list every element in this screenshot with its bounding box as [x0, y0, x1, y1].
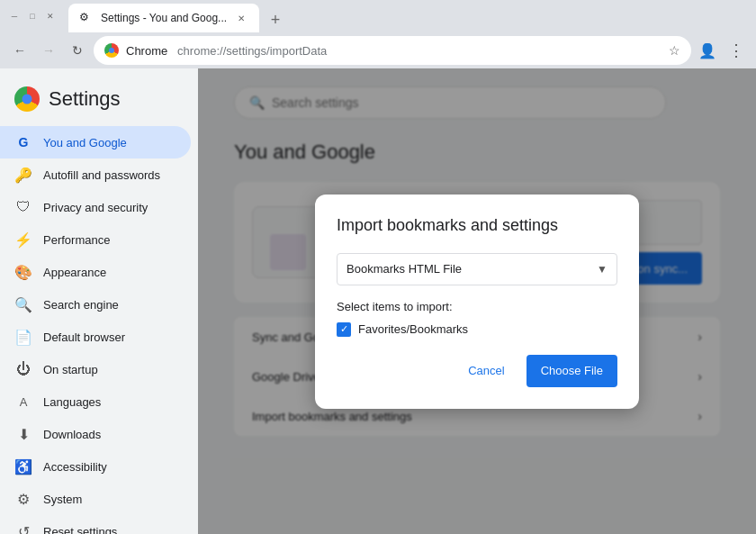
- sidebar-title: Settings: [49, 87, 121, 111]
- sidebar-label-languages: Languages: [43, 395, 101, 409]
- forward-button[interactable]: →: [36, 38, 61, 63]
- on-startup-icon: ⏻: [14, 360, 32, 378]
- source-dropdown[interactable]: Bookmarks HTML File ▼: [337, 253, 617, 285]
- bookmark-icon[interactable]: ☆: [669, 43, 680, 58]
- site-icon: [104, 43, 119, 58]
- profile-button[interactable]: 👤: [695, 38, 720, 63]
- reset-icon: ↺: [14, 522, 32, 534]
- modal-backdrop[interactable]: Import bookmarks and settings Bookmarks …: [198, 68, 756, 534]
- choose-file-button[interactable]: Choose File: [526, 355, 617, 387]
- sidebar-item-you-and-google[interactable]: G You and Google: [0, 126, 191, 158]
- content-area: Settings G You and Google 🔑 Autofill and…: [0, 68, 756, 534]
- back-button[interactable]: ←: [7, 38, 32, 63]
- you-google-icon: G: [14, 133, 32, 151]
- address-path: chrome://settings/importData: [171, 44, 327, 58]
- sidebar-item-on-startup[interactable]: ⏻ On startup: [0, 353, 191, 385]
- dialog-title: Import bookmarks and settings: [337, 216, 617, 235]
- accessibility-icon: ♿: [14, 457, 32, 475]
- appearance-icon: 🎨: [14, 263, 32, 281]
- favorites-label: Favorites/Bookmarks: [358, 322, 468, 336]
- address-text: Chrome chrome://settings/importData: [126, 44, 662, 58]
- maximize-button[interactable]: □: [25, 9, 40, 23]
- title-bar: ─ □ ✕ ⚙ Settings - You and Goog... ✕ +: [0, 0, 756, 32]
- favorites-checkbox-row: ✓ Favorites/Bookmarks: [337, 322, 617, 337]
- sidebar-label-performance: Performance: [43, 233, 110, 247]
- sidebar-label-default-browser: Default browser: [43, 330, 125, 344]
- sidebar-label-search-engine: Search engine: [43, 298, 119, 312]
- sidebar-item-default-browser[interactable]: 📄 Default browser: [0, 321, 191, 353]
- close-button[interactable]: ✕: [43, 9, 58, 23]
- chrome-logo-icon: [14, 86, 40, 112]
- new-tab-button[interactable]: +: [263, 7, 288, 32]
- reload-button[interactable]: ↻: [65, 38, 90, 63]
- sidebar-item-accessibility[interactable]: ♿ Accessibility: [0, 450, 191, 483]
- sidebar-label-appearance: Appearance: [43, 266, 106, 279]
- downloads-icon: ⬇: [14, 425, 32, 443]
- sidebar-label-reset: Reset settings: [43, 525, 117, 535]
- dropdown-value: Bookmarks HTML File: [346, 262, 462, 276]
- tab-favicon-icon: ⚙: [79, 11, 94, 25]
- autofill-icon: 🔑: [14, 166, 32, 184]
- sidebar-item-languages[interactable]: A Languages: [0, 385, 191, 418]
- source-dropdown-wrapper: Bookmarks HTML File ▼: [337, 253, 617, 285]
- dropdown-arrow-icon: ▼: [597, 263, 608, 276]
- import-dialog: Import bookmarks and settings Bookmarks …: [315, 195, 639, 409]
- search-engine-icon: 🔍: [14, 295, 32, 313]
- sidebar-label-system: System: [43, 493, 82, 506]
- sidebar-item-reset-settings[interactable]: ↺ Reset settings: [0, 515, 191, 534]
- default-browser-icon: 📄: [14, 328, 32, 346]
- sidebar: Settings G You and Google 🔑 Autofill and…: [0, 68, 198, 534]
- toolbar-actions: 👤 ⋮: [695, 38, 749, 63]
- active-tab[interactable]: ⚙ Settings - You and Goog... ✕: [68, 4, 259, 32]
- minimize-button[interactable]: ─: [7, 9, 22, 23]
- nav-bar: ← → ↻ Chrome chrome://settings/importDat…: [0, 32, 756, 68]
- tab-title: Settings - You and Goog...: [101, 12, 227, 24]
- privacy-icon: 🛡: [14, 198, 32, 216]
- tab-close-button[interactable]: ✕: [234, 11, 248, 25]
- system-icon: ⚙: [14, 490, 32, 508]
- dialog-actions: Cancel Choose File: [337, 355, 617, 387]
- menu-button[interactable]: ⋮: [724, 38, 749, 63]
- sidebar-label-accessibility: Accessibility: [43, 460, 107, 474]
- sidebar-item-system[interactable]: ⚙ System: [0, 483, 191, 515]
- select-items-label: Select items to import:: [337, 300, 617, 313]
- sidebar-label-on-startup: On startup: [43, 363, 98, 376]
- browser-frame: ─ □ ✕ ⚙ Settings - You and Goog... ✕ + ←…: [0, 0, 756, 534]
- sidebar-label-privacy: Privacy and security: [43, 201, 148, 214]
- performance-icon: ⚡: [14, 231, 32, 249]
- sidebar-item-performance[interactable]: ⚡ Performance: [0, 223, 191, 256]
- tab-bar: ⚙ Settings - You and Goog... ✕ +: [68, 0, 288, 32]
- sidebar-item-search-engine[interactable]: 🔍 Search engine: [0, 288, 191, 321]
- sidebar-item-privacy[interactable]: 🛡 Privacy and security: [0, 191, 191, 223]
- window-controls: ─ □ ✕: [7, 9, 58, 23]
- sidebar-label-autofill: Autofill and passwords: [43, 168, 160, 182]
- sidebar-label-downloads: Downloads: [43, 428, 101, 441]
- languages-icon: A: [14, 393, 32, 411]
- favorites-checkbox[interactable]: ✓: [337, 322, 351, 337]
- sidebar-item-appearance[interactable]: 🎨 Appearance: [0, 256, 191, 288]
- cancel-button[interactable]: Cancel: [454, 355, 518, 387]
- sidebar-header: Settings: [0, 79, 198, 126]
- sidebar-item-autofill[interactable]: 🔑 Autofill and passwords: [0, 158, 191, 191]
- address-origin: Chrome: [126, 44, 167, 58]
- sidebar-item-downloads[interactable]: ⬇ Downloads: [0, 418, 191, 450]
- address-bar[interactable]: Chrome chrome://settings/importData ☆: [94, 36, 691, 65]
- main-panel: 🔍 You and Google: [198, 68, 756, 534]
- sidebar-label-you-and-google: You and Google: [43, 136, 127, 149]
